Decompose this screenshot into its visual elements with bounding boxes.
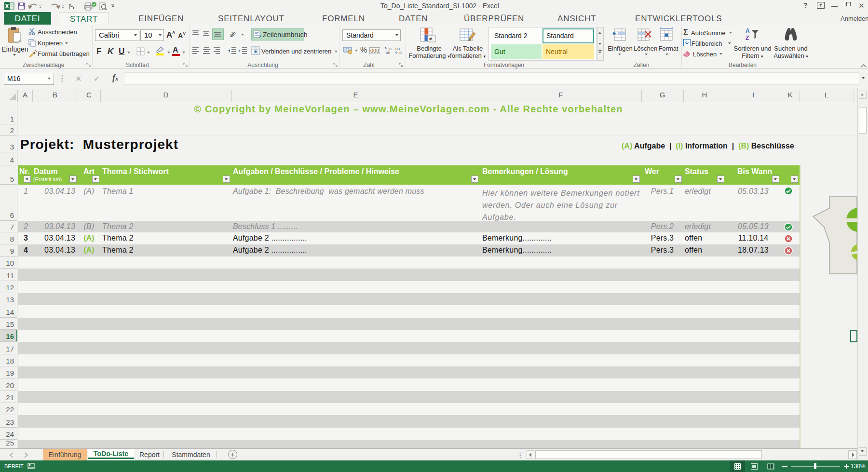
svg-text:A: A: [746, 27, 750, 34]
svg-text:00: 00: [386, 51, 390, 54]
svg-text:,0: ,0: [398, 51, 402, 54]
svg-text:≠: ≠: [429, 36, 433, 42]
svg-text:ab: ab: [229, 30, 237, 38]
svg-text:Z: Z: [746, 35, 749, 41]
